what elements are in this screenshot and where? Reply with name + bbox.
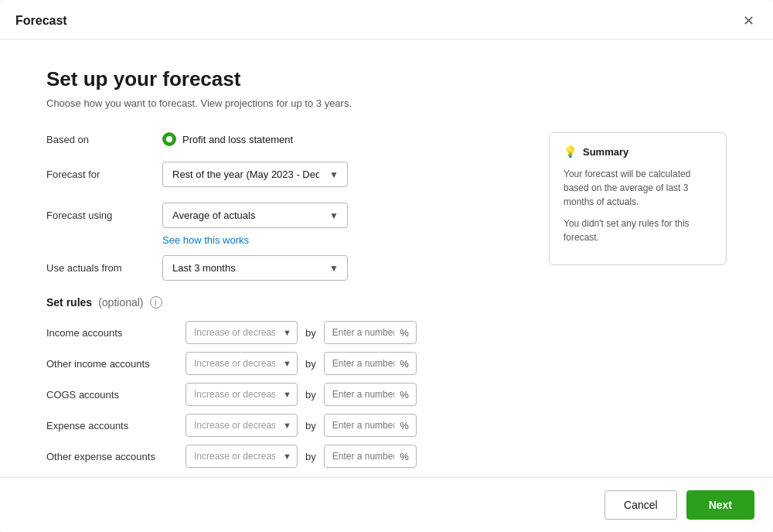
forecast-for-row: Forecast for Rest of the year (May 2023 … [46, 162, 526, 187]
cogs-accounts-label: COGS accounts [46, 389, 178, 401]
subtitle: Choose how you want to forecast. View pr… [46, 97, 727, 109]
expense-number-wrapper: % [324, 414, 417, 437]
window-title: Forecast [15, 14, 67, 28]
by-text-2: by [305, 358, 316, 370]
use-actuals-label: Use actuals from [46, 262, 162, 274]
rules-title: Set rules [46, 296, 92, 309]
expense-accounts-label: Expense accounts [46, 420, 178, 431]
page-title: Set up your forecast [46, 67, 727, 91]
use-actuals-select-wrapper: Last 3 months ▼ [162, 255, 348, 281]
cogs-rule-select[interactable]: Increase or decrease [186, 383, 298, 406]
income-rule-select[interactable]: Increase or decrease [186, 321, 298, 344]
radio-dot-profit-loss[interactable] [162, 132, 176, 146]
other-expense-rule-select-wrapper: Increase or decrease ▼ [186, 445, 298, 468]
other-expense-rule-select[interactable]: Increase or decrease [186, 445, 298, 468]
based-on-radio-group[interactable]: Profit and loss statement [162, 132, 293, 146]
forecast-for-select-wrapper: Rest of the year (May 2023 - Dec 2023) ▼ [162, 162, 348, 187]
see-how-link[interactable]: See how this works [162, 234, 526, 246]
info-icon[interactable]: i [150, 296, 162, 309]
rule-row-other-income: Other income accounts Increase or decrea… [46, 352, 526, 375]
use-actuals-select[interactable]: Last 3 months [162, 255, 348, 281]
based-on-label: Based on [46, 134, 162, 145]
expense-rule-select[interactable]: Increase or decrease [186, 414, 298, 437]
expense-number-input[interactable] [324, 414, 417, 437]
cogs-number-input[interactable] [324, 383, 417, 406]
rules-optional: (optional) [98, 296, 143, 309]
income-rule-select-wrapper: Increase or decrease ▼ [186, 321, 298, 344]
by-text-3: by [305, 389, 316, 401]
footer: Cancel Next [0, 477, 773, 532]
use-actuals-row: Use actuals from Last 3 months ▼ [46, 255, 526, 281]
forecast-for-label: Forecast for [46, 169, 162, 180]
based-on-row: Based on Profit and loss statement [46, 132, 526, 146]
close-button[interactable]: ✕ [740, 12, 758, 29]
forecast-using-select-wrapper: Average of actuals ▼ [162, 203, 348, 228]
forecast-window: Forecast ✕ Set up your forecast Choose h… [0, 0, 773, 532]
forecast-using-label: Forecast using [46, 210, 162, 221]
income-number-wrapper: % [324, 321, 417, 344]
main-area: Based on Profit and loss statement Forec… [46, 132, 727, 477]
other-income-accounts-label: Other income accounts [46, 358, 178, 370]
by-text-4: by [305, 420, 316, 431]
by-text-5: by [305, 451, 316, 462]
next-button[interactable]: Next [686, 490, 754, 520]
summary-box: 💡 Summary Your forecast will be calculat… [549, 132, 727, 265]
summary-header: 💡 Summary [564, 145, 712, 158]
by-text-1: by [305, 327, 316, 339]
other-expense-accounts-label: Other expense accounts [46, 451, 178, 462]
main-content: Set up your forecast Choose how you want… [0, 39, 773, 477]
summary-text-2: You didn't set any rules for this foreca… [564, 217, 712, 244]
forecast-using-row: Forecast using Average of actuals ▼ [46, 203, 526, 228]
other-income-number-input[interactable] [324, 352, 417, 375]
rules-section: Set rules (optional) i Income accounts I… [46, 296, 526, 477]
forecast-for-select[interactable]: Rest of the year (May 2023 - Dec 2023) [162, 162, 348, 187]
cogs-rule-select-wrapper: Increase or decrease ▼ [186, 383, 298, 406]
rule-row-expense: Expense accounts Increase or decrease ▼ … [46, 414, 526, 437]
other-income-rule-select[interactable]: Increase or decrease [186, 352, 298, 375]
cogs-number-wrapper: % [324, 383, 417, 406]
rules-header: Set rules (optional) i [46, 296, 526, 309]
expense-rule-select-wrapper: Increase or decrease ▼ [186, 414, 298, 437]
rule-row-income: Income accounts Increase or decrease ▼ b… [46, 321, 526, 344]
other-income-number-wrapper: % [324, 352, 417, 375]
other-expense-number-input[interactable] [324, 445, 417, 468]
forecast-using-select[interactable]: Average of actuals [162, 203, 348, 228]
income-number-input[interactable] [324, 321, 417, 344]
summary-title: Summary [583, 146, 628, 158]
other-income-rule-select-wrapper: Increase or decrease ▼ [186, 352, 298, 375]
form-section: Based on Profit and loss statement Forec… [46, 132, 526, 477]
rule-row-other-expense: Other expense accounts Increase or decre… [46, 445, 526, 468]
lightbulb-icon: 💡 [564, 145, 577, 158]
summary-text-1: Your forecast will be calculated based o… [564, 167, 712, 209]
rule-row-cogs: COGS accounts Increase or decrease ▼ by … [46, 383, 526, 406]
other-expense-number-wrapper: % [324, 445, 417, 468]
based-on-value: Profit and loss statement [182, 134, 293, 145]
titlebar: Forecast ✕ [0, 0, 773, 39]
cancel-button[interactable]: Cancel [604, 490, 677, 520]
income-accounts-label: Income accounts [46, 327, 178, 339]
